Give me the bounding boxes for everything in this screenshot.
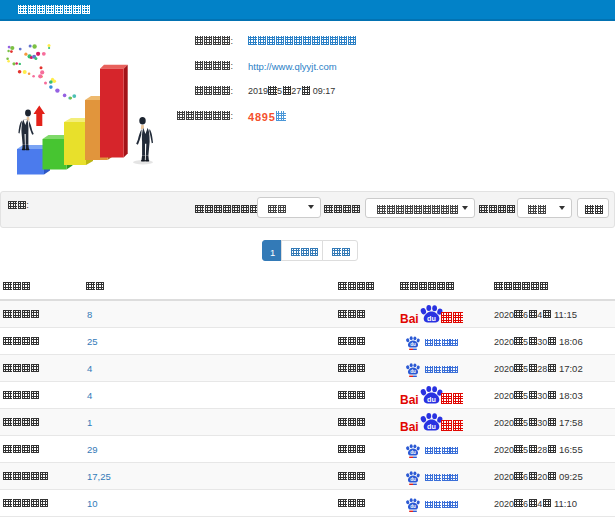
svg-text:du: du — [410, 450, 416, 455]
svg-text:du: du — [427, 313, 436, 322]
svg-text:du: du — [410, 477, 416, 482]
svg-text:du: du — [410, 369, 416, 374]
svg-text:du: du — [410, 504, 416, 509]
svg-text:du: du — [410, 342, 416, 347]
svg-text:du: du — [427, 421, 436, 430]
svg-text:du: du — [427, 394, 436, 403]
